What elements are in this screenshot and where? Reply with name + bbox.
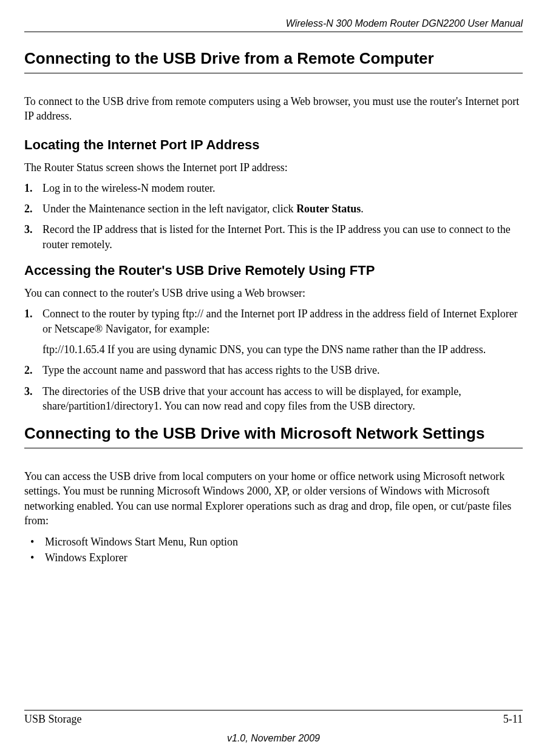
steps-ftp: Connect to the router by typing ftp:// a… bbox=[24, 306, 523, 413]
footer-page-number: 5-11 bbox=[503, 713, 523, 726]
footer-divider bbox=[24, 710, 523, 710]
list-item: Under the Maintenance section in the lef… bbox=[24, 201, 523, 216]
section-intro-msnetwork: You can access the USB drive from local … bbox=[24, 469, 523, 528]
section-heading-msnetwork: Connecting to the USB Drive with Microso… bbox=[24, 424, 523, 448]
step-text: Under the Maintenance section in the lef… bbox=[42, 203, 296, 215]
lead-ftp: You can connect to the router's USB driv… bbox=[24, 286, 523, 300]
subheading-locating-ip: Locating the Internet Port IP Address bbox=[24, 137, 523, 153]
list-item: Type the account name and password that … bbox=[24, 363, 523, 377]
footer-left: USB Storage bbox=[24, 713, 82, 726]
page-header: Wireless-N 300 Modem Router DGN2200 User… bbox=[24, 18, 523, 32]
step-sub-text: ftp://10.1.65.4 If you are using dynamic… bbox=[42, 342, 523, 357]
list-item: Windows Explorer bbox=[24, 550, 523, 565]
subheading-ftp: Accessing the Router's USB Drive Remotel… bbox=[24, 263, 523, 278]
list-item: Microsoft Windows Start Menu, Run option bbox=[24, 534, 523, 550]
header-divider bbox=[24, 32, 523, 32]
step-suffix: . bbox=[361, 203, 364, 215]
section-heading-remote: Connecting to the USB Drive from a Remot… bbox=[24, 49, 523, 73]
step-text: Connect to the router by typing ftp:// a… bbox=[42, 308, 518, 334]
section-intro-remote: To connect to the USB drive from remote … bbox=[24, 94, 523, 124]
list-item: Connect to the router by typing ftp:// a… bbox=[24, 306, 523, 357]
steps-locating-ip: Log in to the wireless-N modem router. U… bbox=[24, 181, 523, 252]
bullets-msnetwork: Microsoft Windows Start Menu, Run option… bbox=[24, 534, 523, 565]
page-footer: USB Storage 5-11 v1.0, November 2009 bbox=[24, 710, 523, 744]
step-bold: Router Status bbox=[296, 203, 361, 215]
lead-locating-ip: The Router Status screen shows the Inter… bbox=[24, 160, 523, 175]
footer-version: v1.0, November 2009 bbox=[24, 733, 523, 744]
list-item: Record the IP address that is listed for… bbox=[24, 222, 523, 252]
header-title: Wireless-N 300 Modem Router DGN2200 User… bbox=[24, 18, 523, 32]
list-item: The directories of the USB drive that yo… bbox=[24, 384, 523, 414]
list-item: Log in to the wireless-N modem router. bbox=[24, 181, 523, 195]
